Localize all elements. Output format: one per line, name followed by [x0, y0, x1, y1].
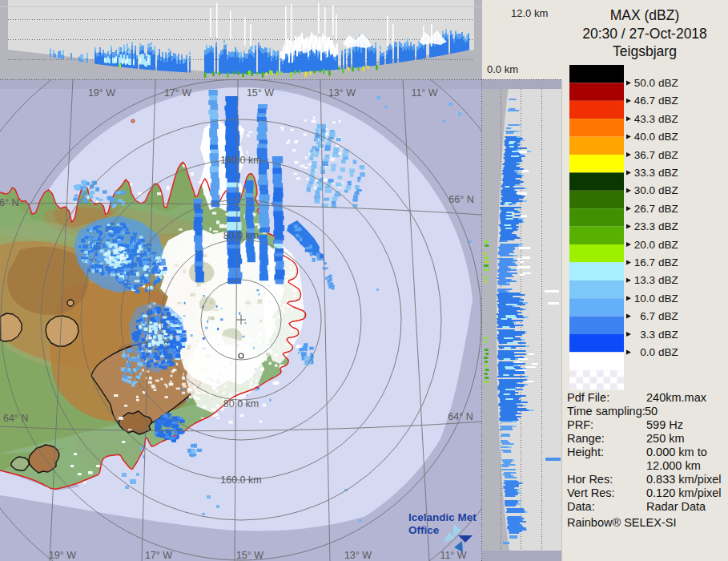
- svg-text:12.000 km: 12.000 km: [646, 459, 701, 472]
- svg-text:Office: Office: [408, 524, 440, 536]
- svg-text:0.0 km: 0.0 km: [487, 63, 518, 75]
- svg-text:26.7: 26.7: [634, 203, 655, 215]
- svg-text:50.0: 50.0: [634, 77, 655, 89]
- svg-text:13° W: 13° W: [328, 87, 356, 99]
- svg-text:16.7: 16.7: [634, 256, 655, 268]
- svg-text:13.3: 13.3: [634, 274, 655, 286]
- svg-text:dBZ: dBZ: [658, 167, 678, 179]
- svg-text:250 km: 250 km: [646, 432, 685, 445]
- svg-text:66° N: 66° N: [0, 197, 18, 208]
- svg-text:Time sampling:: Time sampling:: [567, 405, 646, 418]
- svg-text:PRF:: PRF:: [567, 418, 593, 431]
- svg-text:43.3: 43.3: [634, 113, 655, 125]
- svg-text:dBZ: dBZ: [658, 274, 678, 286]
- svg-text:Height:: Height:: [567, 446, 604, 458]
- svg-text:50: 50: [645, 405, 658, 418]
- svg-text:12.0 km: 12.0 km: [511, 7, 548, 19]
- svg-text:Radar Data: Radar Data: [646, 500, 706, 513]
- svg-text:Teigsbjarg: Teigsbjarg: [613, 43, 677, 59]
- svg-text:dBZ: dBZ: [658, 113, 678, 125]
- svg-text:40.0: 40.0: [634, 131, 655, 143]
- svg-text:dBZ: dBZ: [658, 149, 678, 161]
- svg-text:240km.max: 240km.max: [646, 391, 707, 404]
- svg-text:0.120 km/pixel: 0.120 km/pixel: [646, 486, 722, 499]
- svg-text:20.0: 20.0: [634, 239, 655, 251]
- svg-text:30.0: 30.0: [634, 184, 655, 196]
- svg-text:19° W: 19° W: [49, 550, 76, 561]
- svg-text:13° W: 13° W: [344, 550, 372, 561]
- svg-text:dBZ: dBZ: [658, 220, 678, 232]
- svg-text:66° N: 66° N: [448, 194, 473, 205]
- svg-text:15° W: 15° W: [247, 87, 274, 99]
- svg-text:Data:: Data:: [567, 500, 595, 513]
- svg-text:0.0: 0.0: [640, 346, 655, 358]
- svg-text:dBZ: dBZ: [658, 77, 678, 89]
- svg-text:dBZ: dBZ: [658, 329, 678, 341]
- svg-text:dBZ: dBZ: [658, 310, 678, 322]
- svg-text:Range:: Range:: [567, 432, 605, 445]
- svg-text:dBZ: dBZ: [658, 293, 678, 305]
- svg-text:46.7: 46.7: [634, 95, 655, 107]
- svg-text:Rainbow® SELEX-SI: Rainbow® SELEX-SI: [567, 516, 676, 529]
- svg-text:36.7: 36.7: [634, 149, 655, 161]
- svg-text:20:30 / 27-Oct-2018: 20:30 / 27-Oct-2018: [582, 26, 707, 42]
- svg-text:dBZ: dBZ: [658, 346, 678, 358]
- svg-text:dBZ: dBZ: [658, 95, 678, 107]
- svg-text:64° N: 64° N: [3, 413, 28, 424]
- svg-text:15° W: 15° W: [236, 550, 263, 561]
- svg-text:dBZ: dBZ: [658, 256, 678, 268]
- svg-text:11° W: 11° W: [411, 87, 437, 99]
- svg-text:dBZ: dBZ: [658, 203, 678, 215]
- svg-text:Vert Res:: Vert Res:: [567, 486, 615, 499]
- svg-text:80.0 km: 80.0 km: [223, 230, 259, 241]
- svg-text:599 Hz: 599 Hz: [646, 418, 683, 431]
- svg-text:Hor Res:: Hor Res:: [567, 473, 613, 486]
- svg-text:3.3: 3.3: [640, 329, 655, 341]
- svg-text:0.000 km to: 0.000 km to: [646, 446, 707, 458]
- svg-text:0.833 km/pixel: 0.833 km/pixel: [646, 473, 722, 486]
- svg-text:10.0: 10.0: [634, 293, 655, 305]
- svg-text:6.7: 6.7: [640, 310, 655, 322]
- svg-text:160.0 km: 160.0 km: [220, 474, 261, 486]
- svg-text:17° W: 17° W: [145, 550, 172, 561]
- svg-text:Icelandic Met: Icelandic Met: [408, 511, 477, 523]
- svg-text:Pdf File:: Pdf File:: [567, 391, 609, 404]
- svg-text:dBZ: dBZ: [658, 131, 678, 143]
- svg-text:MAX (dBZ): MAX (dBZ): [610, 7, 680, 23]
- svg-text:17° W: 17° W: [164, 87, 191, 99]
- svg-text:dBZ: dBZ: [658, 184, 678, 196]
- svg-text:33.3: 33.3: [634, 167, 655, 179]
- svg-text:80.0 km: 80.0 km: [223, 398, 259, 410]
- svg-text:160.0 km: 160.0 km: [220, 155, 261, 166]
- svg-text:23.3: 23.3: [634, 220, 655, 232]
- svg-text:64° N: 64° N: [448, 411, 473, 422]
- svg-text:dBZ: dBZ: [658, 239, 678, 251]
- svg-text:19° W: 19° W: [88, 87, 115, 99]
